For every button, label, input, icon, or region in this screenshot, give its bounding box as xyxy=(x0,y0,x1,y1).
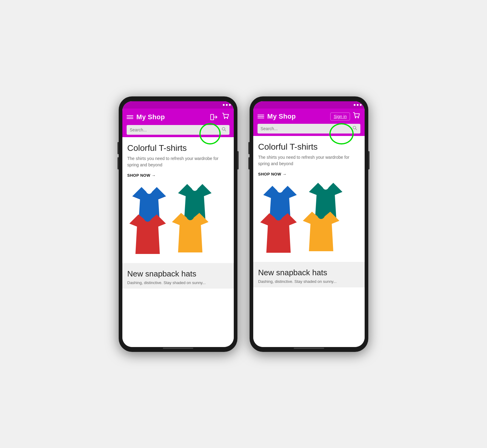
app-title-2: My Shop xyxy=(267,113,327,120)
hero-section-1: Colorful T-shirts The shirts you need to… xyxy=(122,137,234,178)
hamburger-line-3 xyxy=(127,118,133,119)
search-bar-2 xyxy=(258,124,360,134)
app-bar-1: My Shop xyxy=(122,109,234,137)
next-desc-1: Dashing, distinctive. Stay shaded on sun… xyxy=(127,280,229,285)
next-desc-2: Dashing, distinctive. Stay shaded on sun… xyxy=(258,279,360,284)
volume-button-2 xyxy=(117,157,119,169)
next-title-2: New snapback hats xyxy=(258,268,360,277)
phone-device-2: My Shop Sign in xyxy=(250,96,368,352)
svg-line-4 xyxy=(225,130,226,131)
phone-2: My Shop Sign in xyxy=(250,96,368,352)
signal-dot xyxy=(223,104,225,106)
svg-point-1 xyxy=(224,118,225,119)
cart-button-2[interactable] xyxy=(352,112,360,121)
hamburger-line-1 xyxy=(127,115,133,116)
login-icon xyxy=(210,113,218,121)
screen-content-2: Colorful T-shirts The shirts you need to… xyxy=(253,136,365,347)
svg-point-2 xyxy=(227,118,228,119)
hamburger-line-5 xyxy=(258,116,264,117)
next-title-1: New snapback hats xyxy=(127,269,229,279)
signin-text-button[interactable]: Sign in xyxy=(330,113,350,120)
search-input-2[interactable] xyxy=(261,126,351,131)
shop-now-btn-2[interactable]: SHOP NOW → xyxy=(258,172,287,176)
cart-icon-svg xyxy=(222,112,229,120)
battery-dot xyxy=(229,104,231,106)
search-bar-1 xyxy=(127,125,229,135)
volume-button-4 xyxy=(248,157,250,169)
tshirts-image-2 xyxy=(253,177,365,262)
app-bar-top-2: My Shop Sign in xyxy=(258,112,360,121)
home-indicator-2[interactable] xyxy=(294,348,324,349)
home-indicator-1[interactable] xyxy=(163,348,193,349)
status-icons-1 xyxy=(223,104,231,106)
screen-1: My Shop xyxy=(122,101,234,347)
search-input-1[interactable] xyxy=(130,127,220,132)
power-button xyxy=(237,151,239,169)
screen-content-1: Colorful T-shirts The shirts you need to… xyxy=(122,137,234,347)
signin-icon-button[interactable] xyxy=(208,112,219,123)
cart-button-1[interactable] xyxy=(222,112,229,122)
hamburger-menu-2[interactable] xyxy=(258,115,264,118)
hero-desc-1: The shirts you need to refresh your ward… xyxy=(127,155,229,168)
status-bar-1 xyxy=(122,101,234,109)
hero-section-2: Colorful T-shirts The shirts you need to… xyxy=(253,136,365,177)
signal-dot-2 xyxy=(354,104,356,106)
phone-device-1: My Shop xyxy=(119,96,237,352)
search-icon-2[interactable] xyxy=(352,126,357,132)
app-title-1: My Shop xyxy=(136,113,205,121)
tshirts-image-1 xyxy=(122,178,234,263)
tshirts-svg-2 xyxy=(253,177,365,262)
hero-title-2: Colorful T-shirts xyxy=(258,142,360,152)
app-bar-actions-2: Sign in xyxy=(330,112,360,121)
screen-2: My Shop Sign in xyxy=(253,101,365,347)
next-section-1: New snapback hats Dashing, distinctive. … xyxy=(122,263,234,289)
power-button-2 xyxy=(368,151,370,169)
app-bar-2: My Shop Sign in xyxy=(253,109,365,136)
battery-dot-2 xyxy=(360,104,362,106)
tshirts-svg-1 xyxy=(122,178,234,263)
hamburger-line-6 xyxy=(258,118,264,118)
shop-now-btn-1[interactable]: SHOP NOW → xyxy=(127,173,156,178)
wifi-dot-2 xyxy=(357,104,359,106)
app-bar-top-1: My Shop xyxy=(127,112,229,123)
hamburger-line-2 xyxy=(127,117,133,117)
svg-point-5 xyxy=(355,117,356,118)
svg-point-6 xyxy=(358,117,359,118)
status-icons-2 xyxy=(354,104,362,106)
wifi-dot xyxy=(226,104,228,106)
svg-line-8 xyxy=(356,129,357,130)
app-bar-actions-1 xyxy=(208,112,229,123)
phone-1: My Shop xyxy=(119,96,237,352)
volume-button-3 xyxy=(248,142,250,154)
svg-rect-0 xyxy=(211,114,214,120)
next-section-2: New snapback hats Dashing, distinctive. … xyxy=(253,262,365,287)
cart-icon-svg-2 xyxy=(352,112,360,120)
status-bar-2 xyxy=(253,101,365,109)
volume-button-1 xyxy=(117,142,119,154)
hero-desc-2: The shirts you need to refresh your ward… xyxy=(258,154,360,167)
hamburger-menu-1[interactable] xyxy=(127,115,133,119)
hero-title-1: Colorful T-shirts xyxy=(127,143,229,153)
hamburger-line-4 xyxy=(258,115,264,115)
search-icon-1[interactable] xyxy=(222,127,226,133)
